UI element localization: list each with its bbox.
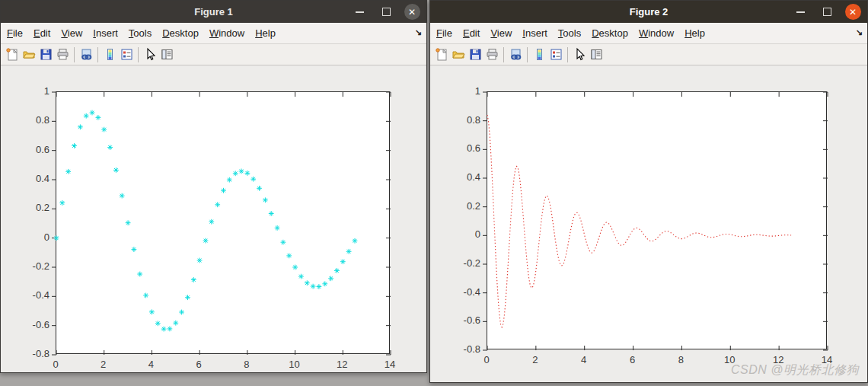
minimize-icon <box>356 11 364 13</box>
menu-item-tools[interactable]: Tools <box>558 27 581 39</box>
save-figure-button[interactable] <box>467 46 483 63</box>
menu-bar: FileEditViewInsertToolsDesktopWindowHelp <box>430 23 867 44</box>
y-tick-label: -0.6 <box>14 319 49 330</box>
x-tick-label: 6 <box>182 359 215 370</box>
property-inspector-button[interactable] <box>158 46 175 63</box>
toolbar-separator <box>503 47 504 62</box>
insert-legend-button[interactable] <box>118 46 135 63</box>
menu-item-edit[interactable]: Edit <box>34 27 50 39</box>
menu-item-window[interactable]: Window <box>639 27 674 39</box>
window-title: Figure 1 <box>194 6 233 18</box>
figure1-titlebar[interactable]: Figure 1 ✕ <box>1 1 426 23</box>
x-tick-label: 8 <box>230 359 263 370</box>
save-figure-button[interactable] <box>37 46 54 63</box>
print-figure-button[interactable] <box>483 46 500 63</box>
menu-item-tools[interactable]: Tools <box>129 27 152 39</box>
csdn-watermark: CSDN @明光桥北修狗 <box>731 362 859 378</box>
maximize-button[interactable] <box>818 1 836 23</box>
menu-item-window[interactable]: Window <box>209 27 244 39</box>
link-plot-icon <box>79 47 94 62</box>
close-icon: ✕ <box>845 4 861 20</box>
menu-item-view[interactable]: View <box>61 27 82 39</box>
link-plot-icon <box>509 47 523 62</box>
edit-plot-icon <box>573 47 587 62</box>
property-inspector-button[interactable] <box>588 46 605 63</box>
minimize-button[interactable] <box>791 1 809 23</box>
y-tick-label: -0.8 <box>14 348 49 359</box>
edit-plot-button[interactable] <box>571 46 588 63</box>
link-plot-button[interactable] <box>78 46 94 63</box>
y-tick-label: 1 <box>14 85 49 97</box>
x-tick-label: 2 <box>519 354 552 365</box>
menu-item-file[interactable]: File <box>436 27 452 39</box>
insert-colorbar-icon <box>103 47 117 62</box>
y-tick-label: -0.6 <box>445 314 480 326</box>
maximize-button[interactable] <box>377 1 395 23</box>
x-tick-label: 14 <box>373 359 407 370</box>
toolbar-separator <box>74 47 75 62</box>
minimize-button[interactable] <box>350 1 369 23</box>
save-figure-icon <box>468 47 483 62</box>
y-tick-label: -0.4 <box>14 289 49 301</box>
menu-item-insert[interactable]: Insert <box>522 27 547 39</box>
y-tick-label: 0 <box>445 228 480 240</box>
insert-legend-button[interactable] <box>547 46 564 63</box>
minimize-icon <box>796 11 805 13</box>
axes-svg <box>487 92 828 350</box>
plot-area[interactable] <box>56 91 390 354</box>
y-tick-label: 0.8 <box>445 114 480 126</box>
insert-colorbar-button[interactable] <box>101 46 118 63</box>
close-button[interactable]: ✕ <box>403 1 421 23</box>
property-inspector-icon <box>160 47 174 62</box>
insert-colorbar-button[interactable] <box>531 46 547 63</box>
x-tick-label: 10 <box>278 359 311 370</box>
toolbar <box>1 44 426 65</box>
close-icon: ✕ <box>404 4 420 20</box>
damped-oscillation-dotted-series <box>487 115 791 327</box>
toolbar-separator <box>527 47 528 62</box>
plot-area[interactable] <box>487 91 827 349</box>
menu-overflow-arrow-icon[interactable]: ↘ <box>415 27 422 37</box>
figure-canvas: 0246810121410.80.60.40.20-0.2-0.4-0.6-0.… <box>430 65 867 382</box>
menu-item-file[interactable]: File <box>7 27 23 39</box>
x-tick-label: 4 <box>134 359 168 370</box>
menu-overflow-arrow-icon[interactable]: ↘ <box>856 27 863 37</box>
figure2-titlebar[interactable]: Figure 2 ✕ <box>430 1 867 23</box>
damped-sine-asterisk-series <box>54 110 358 332</box>
open-file-icon <box>22 47 37 62</box>
print-figure-icon <box>56 47 70 62</box>
new-figure-icon <box>5 47 20 62</box>
menu-item-desktop[interactable]: Desktop <box>592 27 628 39</box>
new-figure-button[interactable] <box>4 46 21 63</box>
menu-item-help[interactable]: Help <box>685 27 705 39</box>
menu-item-view[interactable]: View <box>490 27 512 39</box>
figure2-window: Figure 2 ✕ FileEditViewInsertToolsDeskto… <box>429 0 868 383</box>
open-file-button[interactable] <box>450 46 467 63</box>
close-button[interactable]: ✕ <box>844 1 862 23</box>
edit-plot-icon <box>143 47 158 62</box>
y-tick-label: -0.4 <box>445 286 480 298</box>
insert-legend-icon <box>549 47 563 62</box>
x-tick-label: 4 <box>567 354 601 365</box>
menu-item-edit[interactable]: Edit <box>463 27 480 39</box>
y-tick-label: 0.4 <box>14 173 49 184</box>
y-tick-label: 0 <box>14 231 49 243</box>
y-tick-label: 0.4 <box>445 171 480 183</box>
menu-item-help[interactable]: Help <box>255 27 276 39</box>
link-plot-button[interactable] <box>507 46 524 63</box>
y-tick-label: 0.2 <box>14 202 49 213</box>
open-file-button[interactable] <box>21 46 37 63</box>
axis-tick-marks <box>483 92 828 350</box>
menu-item-insert[interactable]: Insert <box>93 27 118 39</box>
print-figure-button[interactable] <box>54 46 71 63</box>
y-tick-label: -0.2 <box>14 260 49 272</box>
toolbar-separator <box>567 47 568 62</box>
edit-plot-button[interactable] <box>142 46 158 63</box>
menu-item-desktop[interactable]: Desktop <box>162 27 199 39</box>
maximize-icon <box>382 8 391 16</box>
figure1-window: Figure 1 ✕ FileEditViewInsertToolsDeskto… <box>0 0 427 373</box>
figure-canvas: 0246810121410.80.60.40.20-0.2-0.4-0.6-0.… <box>1 65 426 372</box>
new-figure-button[interactable] <box>433 46 450 63</box>
x-tick-label: 6 <box>616 354 649 365</box>
insert-colorbar-icon <box>532 47 547 62</box>
